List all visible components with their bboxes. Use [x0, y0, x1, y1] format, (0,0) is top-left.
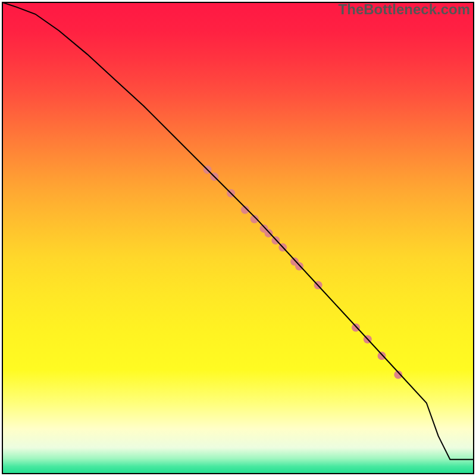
scatter-point [295, 262, 303, 271]
scatter-point [264, 229, 273, 237]
scatter-point [352, 323, 360, 331]
scatter-point [378, 352, 386, 360]
chart-svg [0, 0, 476, 476]
chart-frame: TheBottleneck.com [0, 0, 476, 476]
plot-background [2, 2, 474, 474]
